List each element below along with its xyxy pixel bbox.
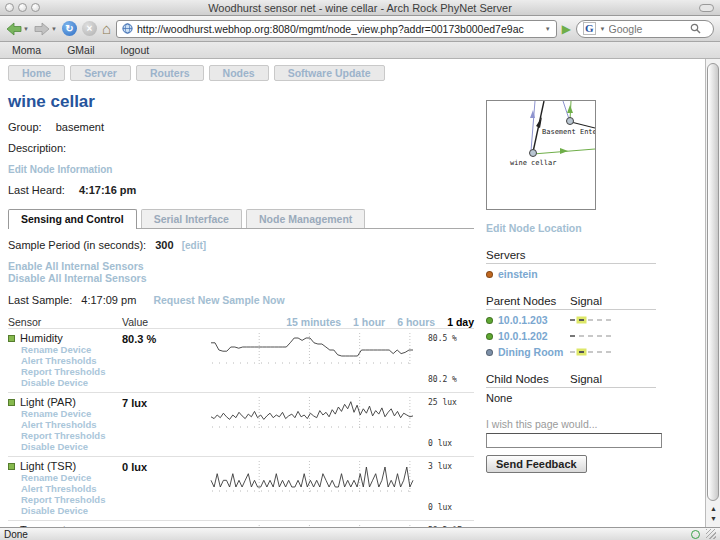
- signal-bar: [570, 335, 575, 337]
- home-button[interactable]: ⌂: [102, 20, 111, 37]
- scrollbar-thumb[interactable]: [707, 63, 719, 501]
- sensor-column-header: Sensor: [8, 316, 122, 328]
- feedback-label: I wish this page would...: [486, 418, 662, 430]
- parent-node-link-10-0-1-202[interactable]: 10.0.1.202: [498, 330, 548, 342]
- sensor-name: Light (PAR): [8, 396, 122, 408]
- signal-bar: [606, 335, 611, 337]
- signal-bar: [579, 319, 584, 321]
- node-location-map[interactable]: Basement Ente wine cellar: [486, 100, 596, 210]
- link-rename-device[interactable]: Rename Device: [21, 472, 122, 483]
- forward-dropdown-icon[interactable]: ▼: [51, 26, 57, 32]
- window-title: Woodhurst sensor net - wine cellar - Arc…: [0, 2, 720, 14]
- link-disable-device[interactable]: Disable Device: [21, 441, 122, 452]
- y-label-bottom: 0 lux: [428, 439, 474, 448]
- parent-node-row: 10.0.1.202: [486, 330, 656, 342]
- feedback-input[interactable]: [486, 433, 662, 448]
- link-rename-device[interactable]: Rename Device: [21, 408, 122, 419]
- sample-period-label: Sample Period (in seconds):: [8, 239, 146, 251]
- search-engine-dropdown-icon[interactable]: ▼: [600, 26, 606, 32]
- sensor-name-label: Light (PAR): [20, 396, 76, 408]
- nav-button-server[interactable]: Server: [70, 65, 131, 81]
- toolbar-toggle-button[interactable]: [699, 4, 714, 12]
- page-title: wine cellar: [8, 92, 482, 112]
- map-label-wine-cellar: wine cellar: [510, 159, 556, 167]
- parent-node-row: Dining Room: [486, 346, 656, 358]
- link-alert-thresholds[interactable]: Alert Thresholds: [21, 355, 122, 366]
- resize-grip[interactable]: [706, 529, 716, 539]
- sensor-name-cell: TemperatureRename DeviceAlert Thresholds…: [8, 524, 122, 527]
- edit-sample-period-link[interactable]: [edit]: [182, 240, 206, 251]
- sensor-chart-cell: Sep2010:00pmSep2104:00amSep2110:00amSep2…: [210, 524, 420, 527]
- disable-all-sensors-link[interactable]: Disable All Internal Sensors: [8, 272, 147, 284]
- edit-node-location-link[interactable]: Edit Node Location: [486, 222, 582, 234]
- nav-button-home[interactable]: Home: [8, 65, 65, 81]
- group-value: basement: [56, 121, 104, 133]
- search-input[interactable]: [609, 23, 687, 35]
- status-text: Done: [4, 529, 28, 540]
- server-entry: einstein: [486, 268, 570, 280]
- tab-sensing-and-control[interactable]: Sensing and Control: [8, 209, 137, 229]
- sensor-status-icon: [8, 399, 15, 406]
- parent-signal-header: Signal: [570, 295, 602, 307]
- site-globe-icon: [122, 23, 133, 34]
- group-label: Group:: [8, 121, 42, 133]
- range-6-hours[interactable]: 6 hours: [397, 316, 435, 328]
- scroll-up-icon[interactable]: ▲: [706, 505, 720, 513]
- link-report-thresholds[interactable]: Report Thresholds: [21, 366, 122, 377]
- link-report-thresholds[interactable]: Report Thresholds: [21, 494, 122, 505]
- nav-button-software-update[interactable]: Software Update: [274, 65, 385, 81]
- link-disable-device[interactable]: Disable Device: [21, 505, 122, 516]
- nav-button-nodes[interactable]: Nodes: [209, 65, 269, 81]
- server-link-einstein[interactable]: einstein: [498, 268, 538, 280]
- forward-button[interactable]: ▼: [34, 22, 57, 36]
- parent-node-link-10-0-1-203[interactable]: 10.0.1.203: [498, 314, 548, 326]
- parent-node-link-dining-room[interactable]: Dining Room: [498, 346, 563, 358]
- vertical-scrollbar[interactable]: ▲ ▼: [705, 59, 720, 527]
- nav-button-routers[interactable]: Routers: [136, 65, 204, 81]
- search-box[interactable]: G ▼: [576, 20, 714, 38]
- range-1-day[interactable]: 1 day: [447, 316, 474, 328]
- tab-node-management[interactable]: Node Management: [246, 209, 365, 228]
- address-bar[interactable]: ▼: [116, 20, 557, 38]
- scroll-down-icon[interactable]: ▼: [706, 515, 720, 523]
- back-dropdown-icon[interactable]: ▼: [23, 26, 29, 32]
- last-sample-value: 4:17:09 pm: [81, 294, 136, 306]
- sensor-name-cell: Light (PAR)Rename DeviceAlert Thresholds…: [8, 396, 122, 452]
- link-rename-device[interactable]: Rename Device: [21, 344, 122, 355]
- stop-button[interactable]: ×: [82, 21, 97, 36]
- link-alert-thresholds[interactable]: Alert Thresholds: [21, 483, 122, 494]
- edit-node-information-link[interactable]: Edit Node Information: [8, 164, 112, 175]
- sensor-status-icon: [8, 463, 15, 470]
- url-input[interactable]: [137, 23, 540, 35]
- last-heard-value: 4:17:16 pm: [79, 184, 136, 196]
- range-1-hour[interactable]: 1 hour: [353, 316, 385, 328]
- chart-y-labels: 58.2 °F57.9 °F: [420, 524, 462, 527]
- link-alert-thresholds[interactable]: Alert Thresholds: [21, 419, 122, 430]
- y-label-top: 3 lux: [428, 462, 474, 471]
- signal-bar: [606, 319, 611, 321]
- send-feedback-button[interactable]: Send Feedback: [486, 455, 587, 473]
- url-dropdown-icon[interactable]: ▼: [545, 26, 551, 32]
- signal-bar: [579, 335, 584, 337]
- signal-bar: [606, 351, 611, 353]
- magnifier-icon[interactable]: [690, 23, 701, 34]
- bookmark-gmail[interactable]: GMail: [67, 44, 94, 56]
- sensor-row-light-tsr: Light (TSR)Rename DeviceAlert Thresholds…: [8, 456, 474, 520]
- child-nodes-header: Child Nodes: [486, 373, 570, 385]
- site-nav: HomeServerRoutersNodesSoftware Update: [8, 65, 482, 81]
- link-report-thresholds[interactable]: Report Thresholds: [21, 430, 122, 441]
- range-15-minutes[interactable]: 15 minutes: [286, 316, 341, 328]
- enable-all-sensors-link[interactable]: Enable All Internal Sensors: [8, 260, 144, 272]
- y-label-top: 58.2 °F: [428, 526, 462, 527]
- request-new-sample-link[interactable]: Request New Sample Now: [153, 294, 284, 306]
- bookmark-moma[interactable]: Moma: [12, 44, 41, 56]
- sensor-chart-light-par: [210, 396, 415, 430]
- bookmark-logout[interactable]: logout: [121, 44, 150, 56]
- sensor-row-temperature: TemperatureRename DeviceAlert Thresholds…: [8, 520, 474, 527]
- back-button[interactable]: ▼: [6, 22, 29, 36]
- go-button[interactable]: ▶: [562, 22, 571, 36]
- tab-serial-interface[interactable]: Serial Interface: [141, 209, 242, 228]
- reload-button[interactable]: ↻: [62, 21, 77, 36]
- link-disable-device[interactable]: Disable Device: [21, 377, 122, 388]
- signal-bar: [588, 319, 593, 321]
